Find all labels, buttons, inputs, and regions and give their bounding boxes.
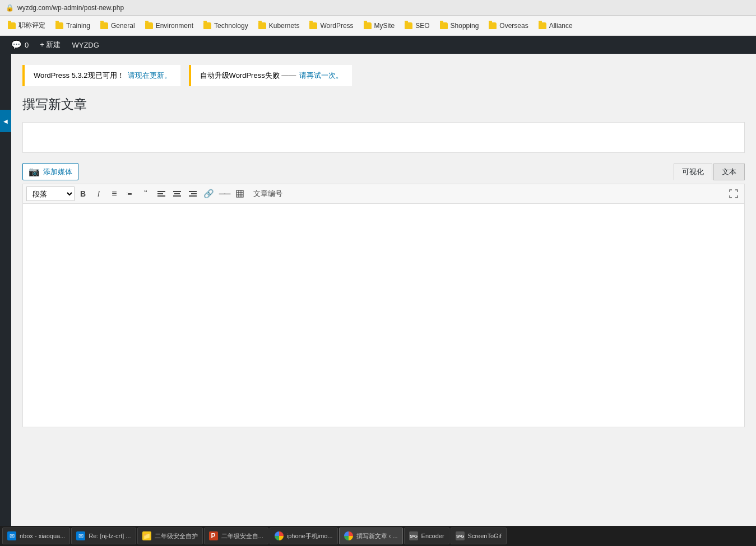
- bookmark-folder-icon: [440, 22, 448, 29]
- bookmark-label: Training: [66, 22, 90, 30]
- notice-update: WordPress 5.3.2现已可用！ 请现在更新。: [22, 65, 180, 86]
- bookmark-label: Alliance: [549, 22, 573, 30]
- bookmark-label: 职称评定: [18, 21, 45, 30]
- bookmark-item-Technology[interactable]: Technology: [199, 20, 253, 32]
- align-right-button[interactable]: [185, 186, 200, 201]
- admin-bar-new[interactable]: + 新建: [34, 36, 66, 54]
- comment-count: 0: [25, 41, 29, 49]
- bookmark-label: Overseas: [499, 22, 528, 30]
- notice-update-link[interactable]: 请现在更新。: [128, 71, 171, 81]
- bookmark-folder-icon: [539, 22, 546, 29]
- notice-upgrade-failed: 自动升级WordPress失败 —— 请再试一次。: [189, 65, 353, 86]
- svg-rect-4: [173, 191, 181, 192]
- bookmark-item-Environment[interactable]: Environment: [141, 20, 198, 32]
- wp-admin-bar: 💬 0 + 新建 WYZDG: [0, 36, 756, 54]
- admin-bar-site[interactable]: WYZDG: [66, 36, 104, 54]
- bookmark-folder-icon: [258, 22, 266, 29]
- editor-tabs: 可视化 文本: [674, 164, 745, 180]
- bookmark-item-WordPress[interactable]: WordPress: [305, 20, 358, 32]
- wp-content-area: WordPress 5.3.2现已可用！ 请现在更新。 自动升级WordPres…: [11, 54, 756, 526]
- bookmark-label: Technology: [214, 22, 248, 30]
- align-center-button[interactable]: [170, 186, 184, 201]
- comment-icon: 💬: [11, 40, 22, 50]
- bookmarks-bar: 职称评定TrainingGeneralEnvironmentTechnology…: [0, 16, 756, 36]
- add-media-icon: 📷: [29, 166, 40, 177]
- svg-rect-1: [157, 191, 165, 192]
- unordered-list-button[interactable]: ≡: [107, 186, 122, 201]
- bookmark-folder-icon: [203, 22, 211, 29]
- bookmark-item-Shopping[interactable]: Shopping: [435, 20, 484, 32]
- svg-rect-6: [173, 195, 181, 197]
- bookmark-item-SEO[interactable]: SEO: [400, 20, 434, 32]
- site-name: WYZDG: [72, 41, 99, 49]
- editor-body[interactable]: [22, 203, 745, 427]
- bookmark-folder-icon: [364, 22, 372, 29]
- bookmark-folder-icon: [489, 22, 497, 29]
- bookmark-item-General[interactable]: General: [96, 20, 140, 32]
- svg-rect-2: [157, 193, 163, 194]
- italic-button[interactable]: I: [91, 186, 106, 201]
- svg-rect-5: [174, 193, 180, 194]
- post-number-button[interactable]: 文章编号: [248, 186, 287, 201]
- svg-rect-8: [191, 193, 197, 194]
- bookmark-item-Training[interactable]: Training: [51, 20, 95, 32]
- admin-bar-comments[interactable]: 💬 0: [6, 36, 34, 54]
- bookmark-item-职称评定[interactable]: 职称评定: [3, 18, 50, 32]
- read-more-button[interactable]: ──: [217, 186, 231, 201]
- bookmark-label: SEO: [415, 22, 429, 30]
- bookmark-item-Alliance[interactable]: Alliance: [534, 20, 577, 32]
- browser-bar: 🔒 wyzdg.com/wp-admin/post-new.php: [0, 0, 756, 16]
- blockquote-button[interactable]: “: [138, 186, 153, 201]
- bookmark-folder-icon: [405, 22, 412, 29]
- svg-text:≔: ≔: [126, 190, 132, 197]
- tab-visual[interactable]: 可视化: [674, 164, 712, 180]
- bookmark-label: MySite: [374, 22, 395, 30]
- lock-icon: 🔒: [6, 4, 14, 12]
- notice-upgrade-link[interactable]: 请再试一次。: [299, 71, 343, 81]
- add-media-bar: 📷 添加媒体 可视化 文本: [22, 163, 745, 180]
- align-left-button[interactable]: [154, 186, 169, 201]
- wp-main-layout: ◀ WordPress 5.3.2现已可用！ 请现在更新。 自动升级WordPr…: [0, 54, 756, 526]
- notice-update-text: WordPress 5.3.2现已可用！: [34, 71, 124, 81]
- tab-text[interactable]: 文本: [713, 164, 745, 180]
- bookmark-item-MySite[interactable]: MySite: [359, 20, 400, 32]
- bookmark-folder-icon: [55, 22, 63, 29]
- bookmark-folder-icon: [145, 22, 153, 29]
- new-content-label: + 新建: [40, 40, 61, 50]
- bookmark-label: Shopping: [451, 22, 479, 30]
- post-title-input[interactable]: [22, 122, 745, 153]
- ordered-list-button[interactable]: ≔: [123, 186, 137, 201]
- bookmark-item-Overseas[interactable]: Overseas: [484, 20, 532, 32]
- svg-rect-9: [189, 195, 197, 197]
- bold-button[interactable]: B: [76, 186, 90, 201]
- table-button[interactable]: [233, 186, 247, 201]
- fullscreen-button[interactable]: [726, 186, 741, 201]
- page-title: 撰写新文章: [22, 96, 745, 113]
- wp-sidebar: ◀: [0, 54, 11, 526]
- bookmark-folder-icon: [309, 22, 317, 29]
- svg-rect-3: [157, 195, 165, 197]
- bookmark-label: WordPress: [320, 22, 353, 30]
- browser-url: wyzdg.com/wp-admin/post-new.php: [17, 4, 124, 12]
- add-media-label: 添加媒体: [43, 167, 72, 177]
- bookmark-label: Kubernets: [269, 22, 300, 30]
- sidebar-toggle[interactable]: ◀: [0, 110, 11, 132]
- notices-container: WordPress 5.3.2现已可用！ 请现在更新。 自动升级WordPres…: [22, 65, 745, 86]
- bookmark-item-Kubernets[interactable]: Kubernets: [254, 20, 304, 32]
- link-button[interactable]: 🔗: [201, 186, 216, 201]
- bookmark-folder-icon: [100, 22, 108, 29]
- bookmark-label: General: [111, 22, 135, 30]
- editor-toolbar: 段落 标题1 标题2 标题3 标题4 标题5 标题6 预格式化 B I ≡ ≔ …: [22, 184, 745, 203]
- bookmark-folder-icon: [8, 22, 16, 29]
- svg-rect-10: [236, 190, 243, 197]
- paragraph-select[interactable]: 段落 标题1 标题2 标题3 标题4 标题5 标题6 预格式化: [26, 186, 75, 201]
- add-media-button[interactable]: 📷 添加媒体: [22, 163, 78, 180]
- notice-upgrade-text: 自动升级WordPress失败 ——: [200, 71, 296, 81]
- svg-rect-7: [189, 191, 197, 192]
- bookmark-label: Environment: [156, 22, 193, 30]
